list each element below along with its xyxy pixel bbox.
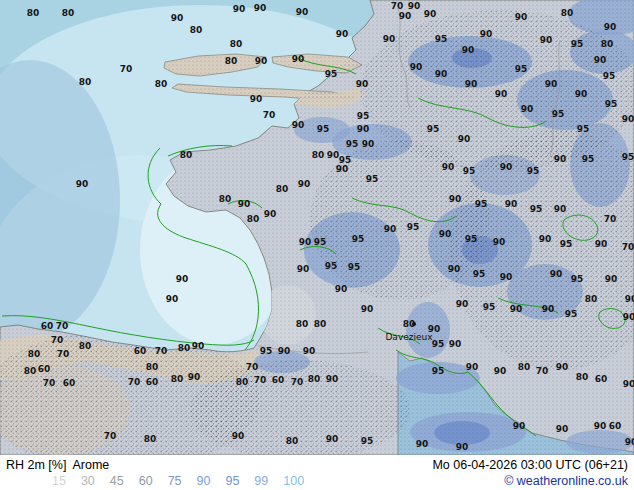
humidity-value: 95 xyxy=(432,339,445,349)
humidity-value: 90 xyxy=(250,94,263,104)
humidity-value: 95 xyxy=(427,124,440,134)
humidity-value: 95 xyxy=(515,64,528,74)
humidity-value: 90 xyxy=(625,294,634,304)
humidity-value: 70 xyxy=(391,1,404,11)
humidity-value: 90 xyxy=(605,274,618,284)
humidity-value: 90 xyxy=(238,199,251,209)
humidity-value: 90 xyxy=(299,237,312,247)
humidity-value: 90 xyxy=(625,437,634,447)
humidity-value: 95 xyxy=(473,269,486,279)
humidity-value: 95 xyxy=(348,262,361,272)
humidity-value: 95 xyxy=(605,99,618,109)
humidity-value: 70 xyxy=(104,431,117,441)
humidity-value: 80 xyxy=(518,362,531,372)
humidity-map: 8080908090909070909090908090809090959090… xyxy=(0,0,634,455)
humidity-value: 90 xyxy=(466,362,479,372)
humidity-value: 90 xyxy=(556,424,569,434)
humidity-value: 95 xyxy=(432,366,445,376)
humidity-value: 90 xyxy=(442,162,455,172)
humidity-value: 90 xyxy=(292,54,305,64)
humidity-value: 90 xyxy=(513,421,526,431)
humidity-value: 90 xyxy=(292,120,305,130)
humidity-value: 95 xyxy=(260,346,273,356)
humidity-value: 80 xyxy=(79,341,92,351)
humidity-value: 95 xyxy=(314,237,327,247)
humidity-value: 95 xyxy=(560,239,573,249)
humidity-value: 90 xyxy=(383,34,396,44)
humidity-value: 90 xyxy=(449,339,462,349)
humidity-value: 90 xyxy=(500,162,513,172)
legend-value: 30 xyxy=(81,473,95,489)
humidity-value: 90 xyxy=(298,179,311,189)
humidity-value: 95 xyxy=(346,139,359,149)
humidity-value: 95 xyxy=(325,69,338,79)
humidity-value: 90 xyxy=(539,234,552,244)
humidity-value: 80 xyxy=(146,362,159,372)
humidity-value: 90 xyxy=(594,421,607,431)
humidity-value: 90 xyxy=(540,35,553,45)
map-image: 8080908090909070909090908090809090959090… xyxy=(0,0,634,455)
humidity-value: 95 xyxy=(357,111,370,121)
humidity-value: 95 xyxy=(483,302,496,312)
humidity-value: 90 xyxy=(233,4,246,14)
humidity-value: 90 xyxy=(458,134,471,144)
legend-scale: 1530456075909599100 xyxy=(6,473,304,489)
humidity-value: 90 xyxy=(623,312,634,322)
humidity-value: 90 xyxy=(278,346,291,356)
humidity-value: 60 xyxy=(63,378,76,388)
humidity-value: 90 xyxy=(399,11,412,21)
humidity-value: 95 xyxy=(577,124,590,134)
humidity-value: 80 xyxy=(236,377,249,387)
legend-value: 45 xyxy=(110,473,124,489)
humidity-value: 90 xyxy=(515,12,528,22)
humidity-value: 90 xyxy=(357,124,370,134)
model-label: Arome xyxy=(72,458,109,472)
humidity-value: 90 xyxy=(188,372,201,382)
humidity-value: 80 xyxy=(180,150,193,160)
humidity-value: 90 xyxy=(480,29,493,39)
humidity-value: 60 xyxy=(41,321,54,331)
humidity-value: 70 xyxy=(254,375,267,385)
humidity-value: 95 xyxy=(407,222,420,232)
copyright: © weatheronline.co.uk xyxy=(504,473,628,489)
humidity-value: 80 xyxy=(314,319,327,329)
humidity-value: 90 xyxy=(545,79,558,89)
weather-map-page: 8080908090909070909090908090809090959090… xyxy=(0,0,634,490)
legend-value: 99 xyxy=(254,473,268,489)
humidity-value: 95 xyxy=(603,71,616,81)
humidity-value: 70 xyxy=(120,64,133,74)
legend-value: 15 xyxy=(52,473,66,489)
humidity-value: 90 xyxy=(456,442,469,452)
humidity-value: 80 xyxy=(276,184,289,194)
humidity-value: 80 xyxy=(585,294,598,304)
humidity-value: 90 xyxy=(166,294,179,304)
humidity-value: 95 xyxy=(552,109,565,119)
humidity-value: 90 xyxy=(554,154,567,164)
legend-value: 100 xyxy=(283,473,304,489)
humidity-value: 80 xyxy=(308,374,321,384)
humidity-value: 70 xyxy=(622,242,634,252)
humidity-value: 95 xyxy=(352,234,365,244)
humidity-value: 95 xyxy=(527,166,540,176)
humidity-value: 95 xyxy=(571,274,584,284)
humidity-value: 70 xyxy=(291,377,304,387)
humidity-value: 95 xyxy=(435,34,448,44)
humidity-value: 90 xyxy=(171,13,184,23)
humidity-value: 90 xyxy=(416,439,429,449)
humidity-value: 80 xyxy=(144,434,157,444)
humidity-value: 90 xyxy=(254,3,267,13)
humidity-value: 90 xyxy=(493,237,506,247)
humidity-value: 90 xyxy=(495,89,508,99)
humidity-value: 90 xyxy=(554,204,567,214)
humidity-value: 90 xyxy=(521,104,534,114)
humidity-value: 90 xyxy=(76,179,89,189)
humidity-value: 90 xyxy=(176,274,189,284)
humidity-value: 80 xyxy=(225,56,238,66)
humidity-value: 95 xyxy=(582,154,595,164)
humidity-value: 80 xyxy=(230,39,243,49)
humidity-value: 90 xyxy=(494,366,507,376)
humidity-value: 90 xyxy=(449,194,462,204)
humidity-value: 60 xyxy=(272,375,285,385)
humidity-value: 90 xyxy=(336,29,349,39)
humidity-value: 90 xyxy=(264,209,277,219)
